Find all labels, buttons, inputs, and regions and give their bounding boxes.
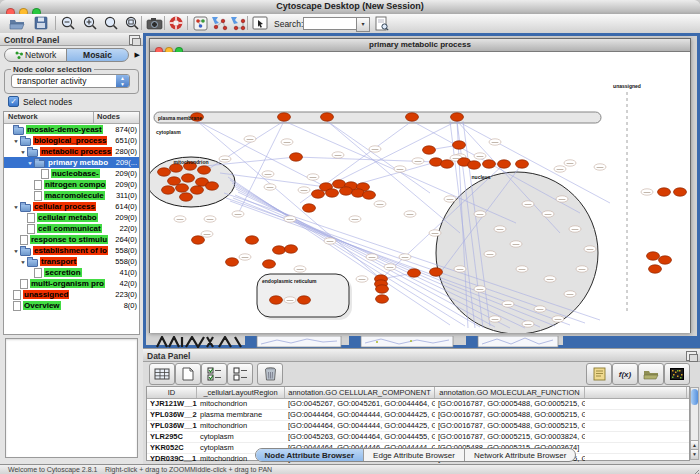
graph-node[interactable] xyxy=(340,187,353,195)
graph-node[interactable] xyxy=(647,252,660,260)
graph-node[interactable] xyxy=(674,188,687,196)
graph-node[interactable] xyxy=(451,113,464,121)
network-view-window[interactable]: primary metabolic process plasma membran… xyxy=(149,38,691,333)
graph-node[interactable] xyxy=(498,160,511,168)
column-header[interactable]: annotation.GO MOLECULAR_FUNCTION xyxy=(435,387,585,398)
expander-icon[interactable]: ▼ xyxy=(20,149,27,154)
graph-node[interactable] xyxy=(180,193,193,201)
table-row[interactable]: YLR295Ccytoplasm[GO:0045263, GO:0044464,… xyxy=(147,432,689,443)
graph-node[interactable] xyxy=(290,153,303,161)
tab-overflow-icon[interactable]: ▶ xyxy=(135,51,140,59)
help-icon[interactable] xyxy=(166,15,186,31)
graph-node[interactable] xyxy=(441,160,454,168)
tree-row[interactable]: cellular metabo209(0) xyxy=(4,212,139,223)
network-window-titlebar[interactable]: primary metabolic process xyxy=(150,39,690,52)
tab-mosaic[interactable]: Mosaic xyxy=(66,48,129,62)
graph-node[interactable] xyxy=(376,295,389,303)
tree-row[interactable]: multi-organism pro42(0) xyxy=(4,278,139,289)
tree-col-nodes[interactable]: Nodes xyxy=(93,112,139,123)
delete-attribute-icon[interactable] xyxy=(257,363,283,385)
snapshot-icon[interactable] xyxy=(144,15,164,31)
tree-row[interactable]: unassigned223(0) xyxy=(4,289,139,300)
table-scrollbar[interactable]: ▲ ▼ xyxy=(690,387,699,460)
table-row[interactable]: YPL036W__2plasma membrane[GO:0044464, GO… xyxy=(147,410,689,421)
attribute-table-icon[interactable] xyxy=(149,363,175,385)
tree-row[interactable]: ▼transport558(0) xyxy=(4,256,139,267)
new-attribute-icon[interactable] xyxy=(175,363,201,385)
graph-node[interactable] xyxy=(270,296,283,304)
graph-node[interactable] xyxy=(658,188,671,196)
graph-node[interactable] xyxy=(312,190,325,198)
search-dropdown-icon[interactable]: ▾ xyxy=(356,17,370,32)
column-header[interactable]: ID xyxy=(147,387,197,398)
function-builder-icon[interactable]: f(x) xyxy=(612,363,638,385)
network-canvas[interactable]: plasma membranecytoplasmmitochondrionnuc… xyxy=(150,52,690,333)
tree-row[interactable]: nitrogen compo209(0) xyxy=(4,179,139,190)
expander-icon[interactable]: ▼ xyxy=(20,259,27,264)
search-input[interactable] xyxy=(303,17,358,30)
scrollbar-thumb[interactable] xyxy=(691,389,698,405)
search-options-icon[interactable] xyxy=(372,15,392,31)
expander-icon[interactable]: ▼ xyxy=(27,160,34,165)
graph-node[interactable] xyxy=(483,160,496,168)
zoom-in-icon[interactable] xyxy=(80,15,100,31)
column-header[interactable] xyxy=(585,387,687,398)
scroll-down-icon[interactable]: ▼ xyxy=(691,449,698,459)
birdseye-view[interactable] xyxy=(5,338,138,458)
graph-node[interactable] xyxy=(278,113,291,121)
graph-node[interactable] xyxy=(192,236,205,244)
graph-node[interactable] xyxy=(659,256,672,264)
graph-node[interactable] xyxy=(453,141,466,149)
tree-row[interactable]: nucleobase-209(0) xyxy=(4,168,139,179)
graph-node[interactable] xyxy=(162,186,175,194)
table-row[interactable]: YPL036W__1mitochondrion[GO:0044464, GO:0… xyxy=(147,421,689,432)
tree-row[interactable]: secretion41(0) xyxy=(4,267,139,278)
network-graph[interactable]: plasma membranecytoplasmmitochondrionnuc… xyxy=(150,52,690,333)
tab-node-attribute-browser[interactable]: Node Attribute Browser xyxy=(256,449,365,461)
tree-row[interactable]: response to stimulu264(0) xyxy=(4,234,139,245)
tab-edge-attribute-browser[interactable]: Edge Attribute Browser xyxy=(364,449,465,461)
graph-node[interactable] xyxy=(246,236,259,244)
tree-row[interactable]: cell communicat22(0) xyxy=(4,223,139,234)
tree-row[interactable]: macromolecule311(0) xyxy=(4,190,139,201)
annotation-icon[interactable] xyxy=(250,15,270,31)
layout-settings-icon[interactable] xyxy=(228,15,248,31)
tree-row[interactable]: ▼cellular process614(0) xyxy=(4,201,139,212)
open-icon[interactable] xyxy=(7,15,27,31)
tab-network[interactable]: Network xyxy=(4,48,67,62)
tree-col-network[interactable]: Network xyxy=(4,112,93,123)
attribute-matrix-icon[interactable] xyxy=(664,363,690,385)
import-attributes-icon[interactable] xyxy=(638,363,664,385)
graph-node[interactable] xyxy=(182,174,195,182)
tree-row[interactable]: ▼establishment of lo558(0) xyxy=(4,245,139,256)
graph-node[interactable] xyxy=(298,296,311,304)
graph-node[interactable] xyxy=(176,184,189,192)
tree-row[interactable]: mosaic-demo-yeast874(0) xyxy=(4,124,139,135)
expander-icon[interactable]: ▼ xyxy=(13,204,20,209)
float-panel-icon[interactable] xyxy=(686,351,697,361)
graph-node[interactable] xyxy=(430,268,443,276)
save-icon[interactable] xyxy=(31,15,51,31)
graph-node[interactable] xyxy=(321,113,334,121)
unselect-attributes-icon[interactable] xyxy=(227,363,253,385)
column-header[interactable]: _cellularLayoutRegion xyxy=(197,387,285,398)
node-color-dropdown[interactable]: transporter activity ▲▼ xyxy=(11,74,130,88)
graph-node[interactable] xyxy=(168,177,181,185)
select-nodes-checkbox[interactable]: ✓ xyxy=(8,96,19,107)
float-panel-icon[interactable] xyxy=(129,35,140,45)
graph-node[interactable] xyxy=(273,246,286,254)
graph-node[interactable] xyxy=(158,168,171,176)
graph-node[interactable] xyxy=(363,191,376,199)
resize-grip-icon[interactable] xyxy=(690,465,699,474)
select-attributes-icon[interactable] xyxy=(201,363,227,385)
graph-node[interactable] xyxy=(206,182,219,190)
expander-icon[interactable]: ▼ xyxy=(13,138,20,143)
graph-node[interactable] xyxy=(226,258,239,266)
graph-node[interactable] xyxy=(303,204,316,212)
column-header[interactable]: annotation.GO CELLULAR_COMPONENT xyxy=(285,387,435,398)
graph-node[interactable] xyxy=(170,164,183,172)
graph-node[interactable] xyxy=(326,189,339,197)
graph-node[interactable] xyxy=(285,245,298,253)
zoom-out-icon[interactable] xyxy=(58,15,78,31)
notes-icon[interactable] xyxy=(586,363,612,385)
